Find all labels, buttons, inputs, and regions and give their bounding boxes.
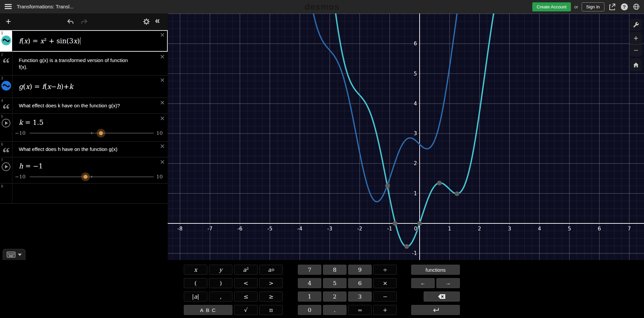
- key-pi[interactable]: π: [259, 305, 283, 315]
- key-5[interactable]: 5: [323, 278, 346, 288]
- expression-gutter-4[interactable]: 4“: [0, 98, 12, 113]
- expression-gutter-3[interactable]: 3: [0, 75, 12, 98]
- key-9[interactable]: 9: [348, 265, 372, 275]
- expression-body-2[interactable]: Function g(x) is a transformed version o…: [13, 52, 168, 75]
- redo-icon[interactable]: [80, 18, 88, 26]
- delete-expression-button[interactable]: ×: [160, 114, 165, 122]
- share-icon[interactable]: [608, 2, 616, 11]
- key-a-squared[interactable]: a²: [234, 265, 258, 275]
- default-viewport-button[interactable]: [630, 59, 642, 71]
- key-multiply[interactable]: ×: [373, 278, 397, 288]
- undo-icon[interactable]: [66, 18, 75, 26]
- key-1[interactable]: 1: [298, 292, 321, 302]
- key-greater-equal[interactable]: ≥: [259, 292, 283, 302]
- key-backspace[interactable]: [424, 292, 460, 302]
- expression-row-8[interactable]: 8: [0, 183, 168, 204]
- expression-row-5[interactable]: 5k = 1.5−1010×: [0, 114, 168, 142]
- expression-body-5[interactable]: k = 1.5−1010: [13, 114, 168, 141]
- expression-body-8[interactable]: [13, 183, 168, 203]
- key-divide[interactable]: ÷: [373, 265, 397, 275]
- expression-row-6[interactable]: 6“What effect does h have on the functio…: [0, 142, 168, 157]
- collapse-panel-icon[interactable]: «: [155, 15, 160, 26]
- graphed-function-icon[interactable]: [1, 81, 11, 91]
- delete-expression-button[interactable]: ×: [160, 31, 165, 39]
- graph-canvas[interactable]: -8-7-6-5-4-3-2-11234567-11234560: [168, 13, 644, 260]
- expression-body-7[interactable]: h = −1−1010: [13, 157, 168, 183]
- key-0[interactable]: 0: [298, 305, 321, 315]
- key-3[interactable]: 3: [348, 292, 372, 302]
- key-8[interactable]: 8: [323, 265, 346, 275]
- graph-settings-gear-icon[interactable]: [142, 17, 151, 26]
- key-abs[interactable]: |a|: [184, 292, 207, 302]
- key-sqrt[interactable]: √: [234, 305, 258, 315]
- slider-handle-h[interactable]: [81, 172, 90, 181]
- key-abc[interactable]: A B C: [184, 305, 232, 315]
- key-less-equal[interactable]: ≤: [234, 292, 258, 302]
- zoom-out-button[interactable]: −: [630, 44, 642, 56]
- key-functions[interactable]: functions: [411, 265, 460, 275]
- key-x[interactable]: x: [184, 265, 207, 275]
- key-equals[interactable]: =: [348, 305, 372, 315]
- key-minus[interactable]: −: [373, 292, 397, 302]
- expression-gutter-6[interactable]: 6“: [0, 142, 12, 157]
- key-2[interactable]: 2: [323, 292, 346, 302]
- key-less-than[interactable]: <: [234, 278, 258, 288]
- sign-in-button[interactable]: Sign In: [582, 2, 604, 11]
- language-globe-icon[interactable]: [632, 2, 641, 11]
- home-icon[interactable]: [630, 59, 642, 71]
- key-6[interactable]: 6: [348, 278, 372, 288]
- graphed-function-icon[interactable]: [1, 36, 11, 45]
- key-enter[interactable]: [411, 305, 460, 315]
- slider-track-k[interactable]: [30, 132, 154, 134]
- expression-gutter-1[interactable]: 1: [0, 30, 12, 52]
- slider-max-label[interactable]: 10: [156, 174, 163, 180]
- key-7[interactable]: 7: [298, 265, 321, 275]
- expression-gutter-7[interactable]: 7: [0, 157, 12, 183]
- expression-row-7[interactable]: 7h = −1−1010×: [0, 157, 168, 183]
- math-expression[interactable]: f(x) = x² + sin(3x): [19, 37, 80, 45]
- key-4[interactable]: 4: [298, 278, 321, 288]
- add-expression-button[interactable]: +: [3, 17, 13, 27]
- slider-min-label[interactable]: −10: [13, 130, 25, 136]
- expression-body-1[interactable]: f(x) = x² + sin(3x): [13, 30, 168, 52]
- wrench-icon[interactable]: [630, 19, 642, 31]
- slider-min-label[interactable]: −10: [13, 174, 25, 180]
- graph-settings-button[interactable]: [630, 19, 642, 31]
- keyboard-toggle-button[interactable]: [3, 249, 25, 260]
- key-open-paren[interactable]: (: [184, 278, 207, 288]
- key-plus[interactable]: +: [373, 305, 397, 315]
- expression-gutter-5[interactable]: 5: [0, 114, 12, 141]
- slider-value-expression[interactable]: h = −1: [19, 162, 43, 170]
- key-arrow-right[interactable]: →: [436, 278, 460, 288]
- expression-gutter-2[interactable]: 2“: [0, 52, 12, 75]
- help-icon[interactable]: ?: [620, 2, 629, 11]
- slider-play-button[interactable]: [1, 118, 11, 129]
- expression-row-3[interactable]: 3g(x) = f(x−h)+k×: [0, 75, 168, 98]
- expression-gutter-8[interactable]: 8: [0, 183, 12, 203]
- slider-play-button[interactable]: [1, 162, 11, 173]
- expression-body-6[interactable]: What effect does h have on the function …: [13, 142, 168, 157]
- math-expression[interactable]: g(x) = f(x−h)+k: [19, 83, 73, 91]
- create-account-button[interactable]: Create Account: [532, 2, 571, 11]
- delete-expression-button[interactable]: ×: [160, 76, 165, 84]
- slider-value-expression[interactable]: k = 1.5: [19, 118, 43, 126]
- delete-expression-button[interactable]: ×: [160, 142, 165, 150]
- expression-row-1[interactable]: 1f(x) = x² + sin(3x)×: [0, 30, 168, 52]
- main-menu-icon[interactable]: [5, 3, 13, 10]
- expression-body-4[interactable]: What effect does k have on the function …: [13, 98, 168, 113]
- graph-paper[interactable]: -8-7-6-5-4-3-2-11234567-11234560: [168, 13, 644, 260]
- delete-expression-button[interactable]: ×: [160, 99, 165, 107]
- key-comma[interactable]: ,: [209, 292, 232, 302]
- expression-row-4[interactable]: 4“What effect does k have on the functio…: [0, 98, 168, 114]
- slider-track-h[interactable]: [30, 176, 154, 177]
- key-a-power-b[interactable]: ab: [259, 265, 283, 275]
- key-greater-than[interactable]: >: [259, 278, 283, 288]
- zoom-in-button[interactable]: +: [630, 32, 642, 44]
- slider-max-label[interactable]: 10: [156, 130, 163, 136]
- key-close-paren[interactable]: ): [209, 278, 232, 288]
- key-arrow-left[interactable]: ←: [411, 278, 435, 288]
- expression-row-2[interactable]: 2“Function g(x) is a transformed version…: [0, 52, 168, 75]
- slider-handle-k[interactable]: [97, 129, 105, 138]
- key-y[interactable]: y: [209, 265, 232, 275]
- expression-body-3[interactable]: g(x) = f(x−h)+k: [13, 75, 168, 98]
